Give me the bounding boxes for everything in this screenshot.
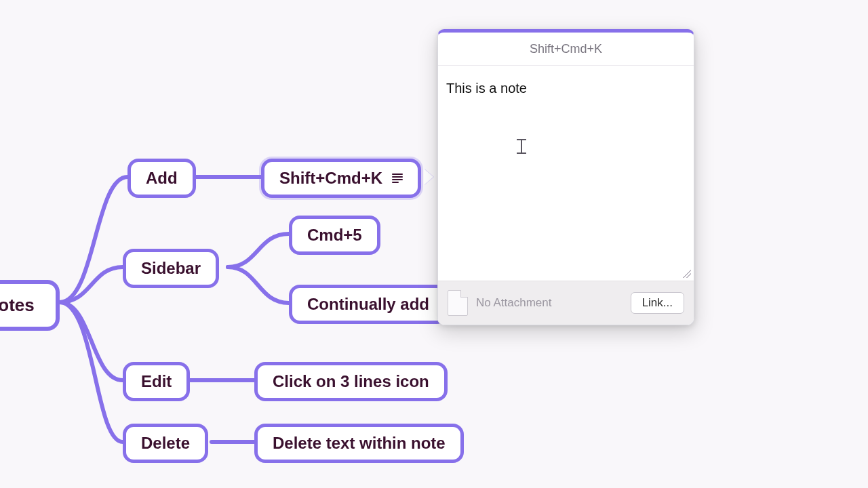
node-label: Sidebar	[141, 259, 201, 278]
node-label: Cmd+5	[307, 226, 362, 245]
note-footer: No Attachment Link...	[438, 281, 694, 325]
resize-grip-icon[interactable]	[682, 268, 691, 278]
node-label: Click on 3 lines icon	[273, 372, 429, 391]
mindmap-node-continually-add[interactable]: Continually add	[289, 285, 448, 324]
note-indicator-icon[interactable]	[392, 174, 403, 183]
mindmap-node-shortcut-shiftcmdk[interactable]: Shift+Cmd+K	[261, 159, 421, 198]
mindmap-canvas[interactable]: otes Add Shift+Cmd+K Sidebar Cmd+5 Conti…	[0, 0, 868, 488]
mindmap-node-cmd5[interactable]: Cmd+5	[289, 216, 380, 255]
note-popover-title: Shift+Cmd+K	[438, 33, 694, 66]
mindmap-node-delete-hint[interactable]: Delete text within note	[254, 424, 464, 463]
mindmap-node-delete[interactable]: Delete	[123, 424, 208, 463]
note-body-textarea[interactable]: This is a note	[438, 66, 694, 281]
node-label: otes	[0, 295, 35, 316]
file-icon	[448, 290, 468, 316]
connectors	[0, 0, 868, 488]
mindmap-node-edit-hint[interactable]: Click on 3 lines icon	[254, 362, 448, 401]
note-body-text: This is a note	[446, 81, 527, 96]
mindmap-root-node[interactable]: otes	[0, 280, 60, 331]
node-label: Shift+Cmd+K	[279, 169, 382, 188]
mindmap-node-edit[interactable]: Edit	[123, 362, 190, 401]
node-label: Delete	[141, 434, 190, 453]
mindmap-node-sidebar[interactable]: Sidebar	[123, 249, 219, 288]
mindmap-node-add[interactable]: Add	[127, 159, 196, 198]
attachment-placeholder: No Attachment	[476, 296, 623, 310]
node-label: Continually add	[307, 295, 429, 314]
node-label: Edit	[141, 372, 172, 391]
link-button[interactable]: Link...	[631, 292, 684, 314]
note-popover: Shift+Cmd+K This is a note No Attachment…	[437, 29, 694, 325]
node-label: Add	[146, 169, 178, 188]
callout-tip	[424, 169, 433, 185]
node-label: Delete text within note	[273, 434, 446, 453]
